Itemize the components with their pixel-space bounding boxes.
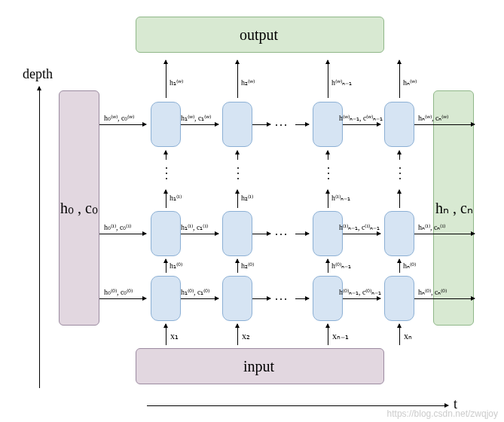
vlabel-h10: h₁⁽⁰⁾: [170, 262, 182, 270]
input-xnm1: xₙ₋₁: [332, 332, 349, 341]
vlabel-h21: h₂⁽¹⁾: [241, 194, 253, 202]
axis-depth: [39, 87, 40, 388]
edge-h1w: h₁⁽ʷ⁾, c₁⁽ʷ⁾: [181, 115, 211, 122]
cell-1-2: [222, 211, 252, 256]
hdots: ···: [275, 229, 289, 241]
vlabel-hnw: hₙ⁽ʷ⁾: [403, 79, 417, 87]
cell-0-1: [151, 276, 181, 321]
edge-hn1: hₙ⁽¹⁾, cₙ⁽¹⁾: [418, 224, 445, 231]
v-arrow: [166, 190, 166, 208]
h-arrow: [414, 298, 475, 299]
cell-0-2: [222, 276, 252, 321]
h-arrow: [343, 124, 380, 125]
v-arrow: [237, 60, 238, 98]
h-arrow: [99, 234, 146, 234]
h-arrow: [343, 234, 380, 234]
cell-1-1: [151, 211, 181, 256]
edge-h0w: h₀⁽ʷ⁾, c₀⁽ʷ⁾: [104, 115, 134, 122]
vlabel-h2w: h₂⁽ʷ⁾: [241, 79, 255, 87]
h-arrow: [181, 124, 218, 125]
vlabel-h20: h₂⁽⁰⁾: [241, 262, 254, 270]
h-arrow: [295, 234, 309, 234]
cell-w-n: [384, 102, 414, 147]
v-arrow: [166, 324, 166, 345]
vdots: ···: [396, 166, 404, 182]
edge-hnm10: h⁽⁰⁾ₙ₋₁, c⁽⁰⁾ₙ₋₁: [339, 289, 381, 296]
vlabel-hnm11: h⁽¹⁾ₙ₋₁: [331, 194, 350, 202]
output-label: output: [240, 26, 278, 44]
v-arrow: [328, 151, 328, 160]
axis-time: [147, 405, 448, 406]
cell-0-nm1: [313, 276, 343, 321]
edge-h10: h₁⁽⁰⁾, c₁⁽⁰⁾: [181, 289, 209, 296]
h-arrow: [181, 298, 218, 299]
vlabel-h1w: h₁⁽ʷ⁾: [170, 79, 183, 87]
v-arrow: [399, 151, 400, 160]
input-x1: x₁: [170, 332, 179, 341]
input-x2: x₂: [242, 332, 250, 341]
v-arrow: [166, 60, 166, 98]
watermark: https://blog.csdn.net/zwqjoy: [387, 408, 498, 419]
v-arrow: [237, 151, 238, 160]
h-arrow: [252, 234, 270, 234]
v-arrow: [399, 324, 400, 345]
h-arrow: [414, 124, 475, 125]
init-state-label: h₀ , c₀: [60, 199, 98, 217]
cell-1-n: [384, 211, 414, 256]
cell-0-n: [384, 276, 414, 321]
v-arrow: [237, 324, 238, 345]
input-label: input: [243, 358, 274, 375]
v-arrow: [399, 190, 400, 208]
input-xn: xₙ: [404, 332, 412, 341]
h-arrow: [343, 298, 380, 299]
hdots: ···: [275, 294, 289, 306]
h-arrow: [295, 298, 309, 299]
v-arrow: [328, 259, 328, 273]
cell-w-1: [151, 102, 181, 147]
vlabel-hnm1w: h⁽ʷ⁾ₙ₋₁: [331, 79, 352, 87]
axis-depth-label: depth: [23, 66, 53, 82]
hdots: ···: [275, 120, 289, 132]
vlabel-hn0: hₙ⁽⁰⁾: [403, 262, 416, 270]
h-arrow: [295, 124, 309, 125]
v-arrow: [166, 259, 166, 273]
h-arrow: [414, 234, 475, 234]
cell-1-nm1: [313, 211, 343, 256]
v-arrow: [166, 151, 166, 160]
cell-w-nm1: [313, 102, 343, 147]
v-arrow: [237, 259, 238, 273]
h-arrow: [99, 298, 146, 299]
vdots: ···: [163, 166, 170, 182]
vdots: ···: [234, 166, 242, 182]
edge-hnm11: h⁽¹⁾ₙ₋₁, c⁽¹⁾ₙ₋₁: [339, 224, 380, 231]
vlabel-h11: h₁⁽¹⁾: [170, 194, 182, 202]
edge-hnm1w: h⁽ʷ⁾ₙ₋₁, c⁽ʷ⁾ₙ₋₁: [339, 115, 383, 122]
vdots: ···: [325, 166, 332, 182]
edge-h11: h₁⁽¹⁾, c₁⁽¹⁾: [181, 224, 208, 231]
edge-hnw: hₙ⁽ʷ⁾, cₙ⁽ʷ⁾: [418, 115, 448, 122]
v-arrow: [399, 259, 400, 273]
cell-w-2: [222, 102, 252, 147]
v-arrow: [328, 190, 328, 208]
edge-h01: h₀⁽¹⁾, c₀⁽¹⁾: [104, 224, 131, 231]
v-arrow: [399, 60, 400, 98]
h-arrow: [99, 124, 146, 125]
v-arrow: [328, 60, 328, 98]
v-arrow: [237, 190, 238, 208]
final-state-label: hₙ , cₙ: [435, 199, 473, 217]
v-arrow: [328, 324, 328, 345]
h-arrow: [181, 234, 218, 234]
vlabel-hnm10: h⁽⁰⁾ₙ₋₁: [331, 262, 351, 270]
edge-hn0: hₙ⁽⁰⁾, cₙ⁽⁰⁾: [418, 289, 447, 296]
h-arrow: [252, 124, 270, 125]
h-arrow: [252, 298, 270, 299]
edge-h00: h₀⁽⁰⁾, c₀⁽⁰⁾: [104, 289, 133, 296]
